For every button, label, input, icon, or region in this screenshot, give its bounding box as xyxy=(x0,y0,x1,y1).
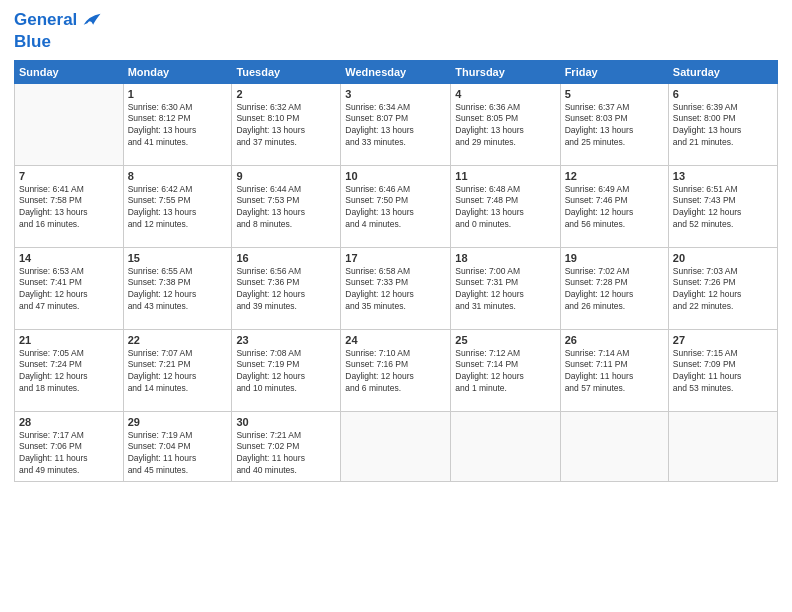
calendar-header-thursday: Thursday xyxy=(451,60,560,83)
calendar-cell: 23Sunrise: 7:08 AM Sunset: 7:19 PM Dayli… xyxy=(232,329,341,411)
day-info: Sunrise: 6:44 AM Sunset: 7:53 PM Dayligh… xyxy=(236,184,336,232)
calendar-cell: 14Sunrise: 6:53 AM Sunset: 7:41 PM Dayli… xyxy=(15,247,124,329)
day-info: Sunrise: 6:42 AM Sunset: 7:55 PM Dayligh… xyxy=(128,184,228,232)
day-info: Sunrise: 7:17 AM Sunset: 7:06 PM Dayligh… xyxy=(19,430,119,478)
calendar-cell: 28Sunrise: 7:17 AM Sunset: 7:06 PM Dayli… xyxy=(15,411,124,482)
day-info: Sunrise: 7:03 AM Sunset: 7:26 PM Dayligh… xyxy=(673,266,773,314)
calendar-cell: 3Sunrise: 6:34 AM Sunset: 8:07 PM Daylig… xyxy=(341,83,451,165)
calendar-cell: 7Sunrise: 6:41 AM Sunset: 7:58 PM Daylig… xyxy=(15,165,124,247)
calendar-cell xyxy=(451,411,560,482)
day-number: 30 xyxy=(236,416,336,428)
day-info: Sunrise: 6:53 AM Sunset: 7:41 PM Dayligh… xyxy=(19,266,119,314)
day-number: 6 xyxy=(673,88,773,100)
day-number: 9 xyxy=(236,170,336,182)
header: General Blue xyxy=(14,10,778,52)
logo-bird-icon xyxy=(80,10,102,32)
day-number: 3 xyxy=(345,88,446,100)
calendar-cell: 10Sunrise: 6:46 AM Sunset: 7:50 PM Dayli… xyxy=(341,165,451,247)
day-info: Sunrise: 7:02 AM Sunset: 7:28 PM Dayligh… xyxy=(565,266,664,314)
calendar-cell xyxy=(341,411,451,482)
calendar-cell: 30Sunrise: 7:21 AM Sunset: 7:02 PM Dayli… xyxy=(232,411,341,482)
calendar-header-sunday: Sunday xyxy=(15,60,124,83)
day-info: Sunrise: 6:34 AM Sunset: 8:07 PM Dayligh… xyxy=(345,102,446,150)
calendar-cell: 18Sunrise: 7:00 AM Sunset: 7:31 PM Dayli… xyxy=(451,247,560,329)
calendar-cell xyxy=(15,83,124,165)
day-info: Sunrise: 7:00 AM Sunset: 7:31 PM Dayligh… xyxy=(455,266,555,314)
day-info: Sunrise: 6:51 AM Sunset: 7:43 PM Dayligh… xyxy=(673,184,773,232)
calendar-cell: 2Sunrise: 6:32 AM Sunset: 8:10 PM Daylig… xyxy=(232,83,341,165)
day-info: Sunrise: 6:37 AM Sunset: 8:03 PM Dayligh… xyxy=(565,102,664,150)
calendar-cell: 8Sunrise: 6:42 AM Sunset: 7:55 PM Daylig… xyxy=(123,165,232,247)
day-number: 8 xyxy=(128,170,228,182)
day-info: Sunrise: 6:32 AM Sunset: 8:10 PM Dayligh… xyxy=(236,102,336,150)
calendar-cell: 9Sunrise: 6:44 AM Sunset: 7:53 PM Daylig… xyxy=(232,165,341,247)
day-number: 19 xyxy=(565,252,664,264)
day-number: 20 xyxy=(673,252,773,264)
calendar-cell: 19Sunrise: 7:02 AM Sunset: 7:28 PM Dayli… xyxy=(560,247,668,329)
day-number: 14 xyxy=(19,252,119,264)
day-number: 4 xyxy=(455,88,555,100)
calendar-cell: 5Sunrise: 6:37 AM Sunset: 8:03 PM Daylig… xyxy=(560,83,668,165)
day-number: 2 xyxy=(236,88,336,100)
calendar-cell: 15Sunrise: 6:55 AM Sunset: 7:38 PM Dayli… xyxy=(123,247,232,329)
calendar-cell: 21Sunrise: 7:05 AM Sunset: 7:24 PM Dayli… xyxy=(15,329,124,411)
calendar-cell: 17Sunrise: 6:58 AM Sunset: 7:33 PM Dayli… xyxy=(341,247,451,329)
calendar-cell: 27Sunrise: 7:15 AM Sunset: 7:09 PM Dayli… xyxy=(668,329,777,411)
day-info: Sunrise: 6:46 AM Sunset: 7:50 PM Dayligh… xyxy=(345,184,446,232)
calendar-cell: 20Sunrise: 7:03 AM Sunset: 7:26 PM Dayli… xyxy=(668,247,777,329)
day-info: Sunrise: 6:58 AM Sunset: 7:33 PM Dayligh… xyxy=(345,266,446,314)
day-number: 28 xyxy=(19,416,119,428)
day-info: Sunrise: 6:36 AM Sunset: 8:05 PM Dayligh… xyxy=(455,102,555,150)
day-info: Sunrise: 6:56 AM Sunset: 7:36 PM Dayligh… xyxy=(236,266,336,314)
day-number: 26 xyxy=(565,334,664,346)
day-number: 17 xyxy=(345,252,446,264)
day-info: Sunrise: 6:48 AM Sunset: 7:48 PM Dayligh… xyxy=(455,184,555,232)
day-info: Sunrise: 7:08 AM Sunset: 7:19 PM Dayligh… xyxy=(236,348,336,396)
calendar-cell: 13Sunrise: 6:51 AM Sunset: 7:43 PM Dayli… xyxy=(668,165,777,247)
calendar-table: SundayMondayTuesdayWednesdayThursdayFrid… xyxy=(14,60,778,483)
day-info: Sunrise: 6:49 AM Sunset: 7:46 PM Dayligh… xyxy=(565,184,664,232)
calendar-cell: 29Sunrise: 7:19 AM Sunset: 7:04 PM Dayli… xyxy=(123,411,232,482)
calendar-header-monday: Monday xyxy=(123,60,232,83)
day-info: Sunrise: 6:41 AM Sunset: 7:58 PM Dayligh… xyxy=(19,184,119,232)
calendar-cell: 26Sunrise: 7:14 AM Sunset: 7:11 PM Dayli… xyxy=(560,329,668,411)
logo: General Blue xyxy=(14,10,102,52)
calendar-cell xyxy=(668,411,777,482)
calendar-header-tuesday: Tuesday xyxy=(232,60,341,83)
calendar-header-wednesday: Wednesday xyxy=(341,60,451,83)
day-info: Sunrise: 7:10 AM Sunset: 7:16 PM Dayligh… xyxy=(345,348,446,396)
calendar-cell: 25Sunrise: 7:12 AM Sunset: 7:14 PM Dayli… xyxy=(451,329,560,411)
day-number: 16 xyxy=(236,252,336,264)
day-number: 10 xyxy=(345,170,446,182)
day-info: Sunrise: 7:15 AM Sunset: 7:09 PM Dayligh… xyxy=(673,348,773,396)
logo-general: General xyxy=(14,10,77,29)
calendar-cell: 22Sunrise: 7:07 AM Sunset: 7:21 PM Dayli… xyxy=(123,329,232,411)
calendar-cell: 12Sunrise: 6:49 AM Sunset: 7:46 PM Dayli… xyxy=(560,165,668,247)
main-container: General Blue SundayMondayTuesdayWednesda… xyxy=(0,0,792,612)
day-number: 24 xyxy=(345,334,446,346)
calendar-cell: 6Sunrise: 6:39 AM Sunset: 8:00 PM Daylig… xyxy=(668,83,777,165)
day-info: Sunrise: 6:55 AM Sunset: 7:38 PM Dayligh… xyxy=(128,266,228,314)
day-number: 12 xyxy=(565,170,664,182)
calendar-header-row: SundayMondayTuesdayWednesdayThursdayFrid… xyxy=(15,60,778,83)
day-number: 15 xyxy=(128,252,228,264)
day-number: 22 xyxy=(128,334,228,346)
day-number: 29 xyxy=(128,416,228,428)
calendar-header-friday: Friday xyxy=(560,60,668,83)
calendar-cell: 1Sunrise: 6:30 AM Sunset: 8:12 PM Daylig… xyxy=(123,83,232,165)
day-number: 11 xyxy=(455,170,555,182)
calendar-header-saturday: Saturday xyxy=(668,60,777,83)
day-number: 23 xyxy=(236,334,336,346)
day-number: 18 xyxy=(455,252,555,264)
day-info: Sunrise: 6:30 AM Sunset: 8:12 PM Dayligh… xyxy=(128,102,228,150)
calendar-cell xyxy=(560,411,668,482)
calendar-cell: 4Sunrise: 6:36 AM Sunset: 8:05 PM Daylig… xyxy=(451,83,560,165)
day-info: Sunrise: 6:39 AM Sunset: 8:00 PM Dayligh… xyxy=(673,102,773,150)
day-info: Sunrise: 7:19 AM Sunset: 7:04 PM Dayligh… xyxy=(128,430,228,478)
day-info: Sunrise: 7:21 AM Sunset: 7:02 PM Dayligh… xyxy=(236,430,336,478)
calendar-cell: 11Sunrise: 6:48 AM Sunset: 7:48 PM Dayli… xyxy=(451,165,560,247)
day-number: 1 xyxy=(128,88,228,100)
day-number: 27 xyxy=(673,334,773,346)
logo-blue: Blue xyxy=(14,32,102,52)
day-number: 7 xyxy=(19,170,119,182)
